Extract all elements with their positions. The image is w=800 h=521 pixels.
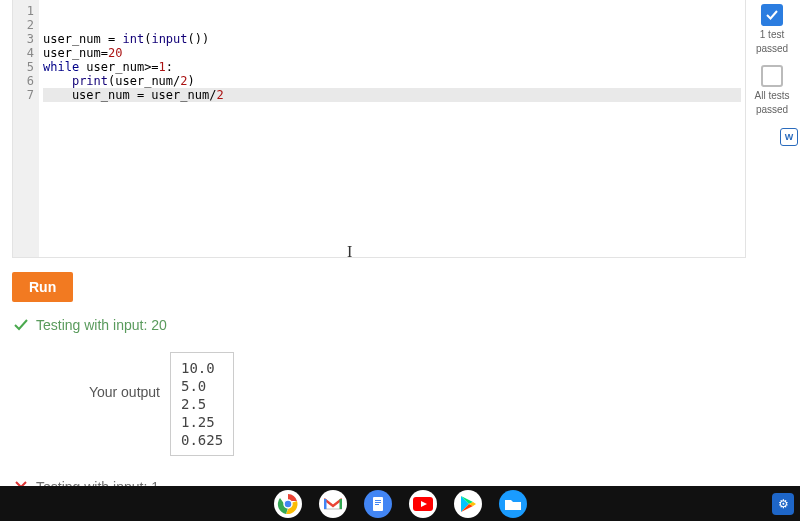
one-test-passed-icon (761, 4, 783, 26)
all-tests-passed-icon (761, 65, 783, 87)
files-icon[interactable] (499, 490, 527, 518)
svg-rect-8 (375, 504, 379, 505)
test-result-pass: Testing with input: 20 (12, 316, 746, 334)
youtube-icon[interactable] (409, 490, 437, 518)
play-store-icon[interactable] (454, 490, 482, 518)
taskbar: ⚙ (0, 486, 800, 521)
svg-rect-7 (375, 502, 381, 503)
svg-rect-4 (339, 499, 342, 509)
code-line[interactable]: user_num=20 (43, 46, 741, 60)
settings-icon[interactable]: ⚙ (772, 493, 794, 515)
side-label: 1 test (750, 29, 794, 41)
run-button[interactable]: Run (12, 272, 73, 302)
word-sidebar-icon[interactable]: W (780, 128, 798, 146)
output-label: Your output (12, 352, 170, 400)
output-line: 2.5 (181, 395, 223, 413)
code-line[interactable]: print(user_num/2) (43, 74, 741, 88)
svg-rect-6 (375, 500, 381, 501)
code-area[interactable]: user_num = int(input())user_num=20while … (39, 0, 745, 257)
side-label: All tests (750, 90, 794, 102)
output-line: 5.0 (181, 377, 223, 395)
code-line[interactable] (43, 116, 741, 130)
output-line: 0.625 (181, 431, 223, 449)
side-label: passed (750, 43, 794, 55)
gutter: 1234567 (13, 0, 39, 257)
test-value: 20 (151, 317, 167, 333)
output-line: 1.25 (181, 413, 223, 431)
code-line[interactable] (43, 102, 741, 116)
output-section: Your output 10.05.02.51.250.625 (12, 352, 746, 456)
gmail-icon[interactable] (319, 490, 347, 518)
output-line: 10.0 (181, 359, 223, 377)
check-icon (12, 316, 30, 334)
side-label: passed (750, 104, 794, 116)
code-line[interactable]: while user_num>=1: (43, 60, 741, 74)
test-status-panel: 1 test passed All tests passed (750, 4, 794, 118)
code-line[interactable]: user_num = user_num/2 (43, 88, 741, 102)
code-editor[interactable]: 1234567 user_num = int(input())user_num=… (12, 0, 746, 258)
code-line[interactable]: user_num = int(input()) (43, 32, 741, 46)
svg-point-2 (284, 500, 292, 508)
test-prefix: Testing with input: (36, 317, 151, 333)
chrome-icon[interactable] (274, 490, 302, 518)
docs-icon[interactable] (364, 490, 392, 518)
text-cursor-icon: I (347, 245, 352, 259)
svg-rect-3 (324, 499, 327, 509)
output-box: 10.05.02.51.250.625 (170, 352, 234, 456)
